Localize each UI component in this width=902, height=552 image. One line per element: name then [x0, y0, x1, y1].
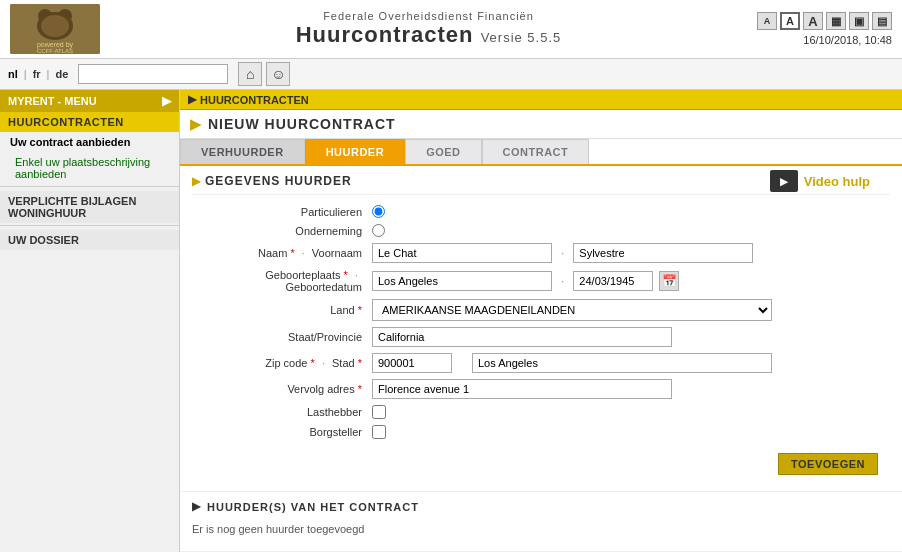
- sidebar-divider-2: [0, 225, 179, 226]
- sidebar: MYRENT - MENU ▶ HUURCONTRACTEN Uw contra…: [0, 90, 180, 552]
- particulieren-label: Particulieren: [192, 206, 372, 218]
- user-icon-btn[interactable]: ☺: [266, 62, 290, 86]
- onderneming-control: [372, 224, 890, 237]
- section-title: GEGEVENS HUURDER: [205, 174, 352, 188]
- icon-buttons: ⌂ ☺: [238, 62, 290, 86]
- borgsteller-control: [372, 425, 890, 439]
- svg-point-4: [41, 15, 69, 37]
- geboorte-control: · 📅: [372, 271, 890, 291]
- search-input[interactable]: [78, 64, 228, 84]
- particulieren-radio[interactable]: [372, 205, 385, 218]
- tab-verhuurder[interactable]: VERHUURDER: [180, 139, 305, 164]
- toevoegen-btn-row: TOEVOEGEN: [192, 445, 890, 483]
- staat-control: [372, 327, 890, 347]
- video-help-label: Video hulp: [804, 174, 870, 189]
- huurder-section-title: ▶ HUURDER(S) VAN HET CONTRACT: [192, 500, 890, 513]
- geboorteplaats-input[interactable]: [372, 271, 552, 291]
- particulieren-control: [372, 205, 890, 218]
- zip-stad-row: Zip code * · Stad *: [192, 353, 890, 373]
- onderneming-radio[interactable]: [372, 224, 385, 237]
- datetime: 16/10/2018, 10:48: [757, 34, 892, 46]
- vervolg-input[interactable]: [372, 379, 672, 399]
- lang-fr[interactable]: fr: [33, 68, 41, 80]
- voornaam-input[interactable]: [573, 243, 753, 263]
- vervolg-row: Vervolg adres *: [192, 379, 890, 399]
- lang-de[interactable]: de: [55, 68, 68, 80]
- main-layout: MYRENT - MENU ▶ HUURCONTRACTEN Uw contra…: [0, 90, 902, 552]
- header: powered by CCFF·ATLAS Federale Overheids…: [0, 0, 902, 59]
- svg-text:CCFF·ATLAS: CCFF·ATLAS: [37, 48, 73, 54]
- staat-row: Staat/Provincie: [192, 327, 890, 347]
- geboortedatum-input[interactable]: [573, 271, 653, 291]
- page-title: ▶ NIEUW HUURCONTRACT: [180, 110, 902, 139]
- logo: powered by CCFF·ATLAS: [10, 4, 100, 54]
- content-area: ▶ HUURCONTRACTEN ▶ NIEUW HUURCONTRACT VE…: [180, 90, 902, 552]
- font-medium-btn[interactable]: A: [780, 12, 800, 30]
- video-icon: [770, 170, 798, 192]
- staat-label: Staat/Provincie: [192, 331, 372, 343]
- view-btn-3[interactable]: ▤: [872, 12, 892, 30]
- naam-voornaam-row: Naam * · Voornaam ·: [192, 243, 890, 263]
- breadcrumb-icon: ▶: [188, 93, 196, 106]
- vervolg-control: [372, 379, 890, 399]
- sidebar-item-plaatsbeschrijving[interactable]: Enkel uw plaatsbeschrijving aanbieden: [0, 152, 179, 184]
- font-size-buttons: A A A ▦ ▣ ▤: [757, 12, 892, 30]
- land-row: Land * AMERIKAANSE MAAGDENEILANDEN: [192, 299, 890, 321]
- huurder-section-arrow: ▶: [192, 500, 201, 513]
- nav-bar: nl | fr | de ⌂ ☺: [0, 59, 902, 90]
- lasthebber-label: Lasthebber: [192, 406, 372, 418]
- sidebar-header: MYRENT - MENU ▶: [0, 90, 179, 112]
- land-control: AMERIKAANSE MAAGDENEILANDEN: [372, 299, 890, 321]
- section-arrow-icon: ▶: [192, 174, 201, 188]
- onderneming-label: Onderneming: [192, 225, 372, 237]
- top-right: A A A ▦ ▣ ▤ 16/10/2018, 10:48: [757, 12, 892, 46]
- sidebar-section-huurcontracten: HUURCONTRACTEN: [0, 112, 179, 132]
- gov-text: Federale Overheidsdienst Financiën: [100, 10, 757, 22]
- font-large-btn[interactable]: A: [803, 12, 823, 30]
- video-help-btn[interactable]: Video hulp: [770, 170, 870, 192]
- tab-goed[interactable]: GOED: [405, 139, 481, 164]
- borgsteller-checkbox[interactable]: [372, 425, 386, 439]
- land-label: Land *: [192, 304, 372, 316]
- section-header: ▶ GEGEVENS HUURDER Video hulp: [192, 174, 890, 195]
- zip-input[interactable]: [372, 353, 452, 373]
- tab-huurder[interactable]: HUURDER: [305, 139, 406, 164]
- calendar-icon[interactable]: 📅: [659, 271, 679, 291]
- tab-contract[interactable]: CONTRACT: [482, 139, 590, 164]
- lasthebber-checkbox[interactable]: [372, 405, 386, 419]
- sidebar-toggle-icon[interactable]: ▶: [162, 94, 171, 108]
- naam-input[interactable]: [372, 243, 552, 263]
- view-btn-2[interactable]: ▣: [849, 12, 869, 30]
- staat-input[interactable]: [372, 327, 672, 347]
- naam-voornaam-label: Naam * · Voornaam: [192, 247, 372, 259]
- vervolg-label: Vervolg adres *: [192, 383, 372, 395]
- geboorte-row: Geboorteplaats * · Geboortedatum · 📅: [192, 269, 890, 293]
- center-title: Federale Overheidsdienst Financiën Huurc…: [100, 10, 757, 48]
- geboorte-label: Geboorteplaats * · Geboortedatum: [192, 269, 372, 293]
- borgsteller-label: Borgsteller: [192, 426, 372, 438]
- language-links: nl | fr | de: [8, 68, 68, 80]
- view-btn-1[interactable]: ▦: [826, 12, 846, 30]
- sidebar-section-bijlagen: VERPLICHTE BIJLAGEN WONINGHUUR: [0, 191, 179, 223]
- naam-control: ·: [372, 243, 890, 263]
- sidebar-divider: [0, 186, 179, 187]
- huurder-section: ▶ HUURDER(S) VAN HET CONTRACT Er is nog …: [180, 491, 902, 547]
- land-select[interactable]: AMERIKAANSE MAAGDENEILANDEN: [372, 299, 772, 321]
- breadcrumb: ▶ HUURCONTRACTEN: [180, 90, 902, 110]
- lasthebber-control: [372, 405, 890, 419]
- sidebar-section-dossier: UW DOSSIER: [0, 230, 179, 250]
- form-section: ▶ GEGEVENS HUURDER Video hulp Particulie…: [180, 166, 902, 491]
- font-small-btn[interactable]: A: [757, 12, 777, 30]
- zip-stad-label: Zip code * · Stad *: [192, 357, 372, 369]
- zip-stad-control: [372, 353, 890, 373]
- stad-input[interactable]: [472, 353, 772, 373]
- tabs: VERHUURDER HUURDER GOED CONTRACT: [180, 139, 902, 166]
- toevoegen-button[interactable]: TOEVOEGEN: [778, 453, 878, 475]
- huurder-empty-text: Er is nog geen huurder toegevoegd: [192, 519, 890, 539]
- sidebar-item-contract-aanbieden[interactable]: Uw contract aanbieden: [0, 132, 179, 152]
- main-app-title: Huurcontracten Versie 5.5.5: [100, 22, 757, 48]
- home-icon-btn[interactable]: ⌂: [238, 62, 262, 86]
- onderneming-row: Onderneming: [192, 224, 890, 237]
- page-title-arrow: ▶: [190, 116, 202, 132]
- lang-nl[interactable]: nl: [8, 68, 18, 80]
